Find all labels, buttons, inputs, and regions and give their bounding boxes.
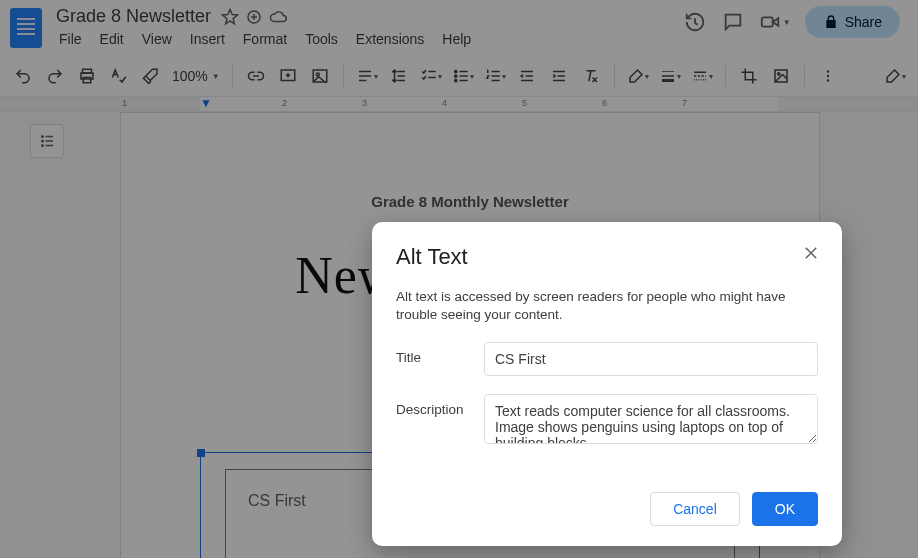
svg-point-15 (827, 79, 829, 81)
spellcheck-button[interactable] (104, 61, 134, 91)
menubar: File Edit View Insert Format Tools Exten… (52, 29, 478, 49)
svg-point-16 (42, 136, 44, 138)
svg-point-17 (42, 140, 44, 142)
chevron-down-icon: ▼ (212, 72, 220, 81)
toolbar-separator (343, 65, 344, 87)
svg-point-12 (777, 73, 779, 75)
insert-link-button[interactable] (241, 61, 271, 91)
toolbar-separator (725, 65, 726, 87)
chevron-down-icon: ▼ (783, 18, 791, 27)
zoom-select[interactable]: 100% ▼ (168, 68, 224, 84)
zoom-value: 100% (172, 68, 208, 84)
dialog-title: Alt Text (396, 244, 818, 270)
menu-insert[interactable]: Insert (183, 29, 232, 49)
document-title[interactable]: Grade 8 Newsletter (52, 6, 215, 27)
menu-help[interactable]: Help (435, 29, 478, 49)
border-dash-button[interactable]: ▾ (687, 61, 717, 91)
ruler-mark: 6 (602, 98, 607, 108)
toolbar-separator (232, 65, 233, 87)
redo-button[interactable] (40, 61, 70, 91)
svg-point-18 (42, 145, 44, 147)
dialog-description: Alt text is accessed by screen readers f… (396, 288, 818, 324)
move-icon[interactable] (245, 8, 263, 26)
svg-point-8 (454, 70, 456, 72)
show-outline-button[interactable] (30, 124, 64, 158)
numbered-list-button[interactable]: ▾ (480, 61, 510, 91)
border-color-button[interactable]: ▾ (623, 61, 653, 91)
menu-format[interactable]: Format (236, 29, 294, 49)
docs-logo-icon[interactable] (10, 8, 42, 48)
undo-button[interactable] (8, 61, 38, 91)
editing-mode-button[interactable]: ▾ (880, 61, 910, 91)
menu-extensions[interactable]: Extensions (349, 29, 431, 49)
ruler-mark: 5 (522, 98, 527, 108)
indent-marker-icon[interactable]: ▼ (200, 96, 212, 110)
title-label: Title (396, 342, 484, 376)
title-input[interactable] (484, 342, 818, 376)
toolbar: 100% ▼ ▾ ▾ ▾ ▾ ▾ ▾ ▾ ▾ (0, 56, 918, 96)
decrease-indent-button[interactable] (512, 61, 542, 91)
close-button[interactable] (798, 240, 824, 266)
share-button-label: Share (845, 14, 882, 30)
lock-icon (823, 14, 839, 30)
paint-format-button[interactable] (136, 61, 166, 91)
alt-text-dialog: Alt Text Alt text is accessed by screen … (372, 222, 842, 546)
ruler-mark: 1 (122, 98, 127, 108)
ruler-mark: 3 (362, 98, 367, 108)
cancel-button[interactable]: Cancel (650, 492, 740, 526)
image-options-button[interactable] (766, 61, 796, 91)
meet-button[interactable]: ▼ (759, 11, 791, 33)
comments-icon[interactable] (721, 10, 745, 34)
svg-point-7 (316, 73, 319, 76)
border-weight-button[interactable]: ▾ (655, 61, 685, 91)
crop-button[interactable] (734, 61, 764, 91)
menu-file[interactable]: File (52, 29, 89, 49)
print-button[interactable] (72, 61, 102, 91)
ruler-mark: 4 (442, 98, 447, 108)
ruler-mark: 2 (282, 98, 287, 108)
svg-point-10 (454, 79, 456, 81)
history-icon[interactable] (683, 10, 707, 34)
svg-point-13 (827, 70, 829, 72)
align-button[interactable]: ▾ (352, 61, 382, 91)
svg-point-14 (827, 75, 829, 77)
insert-image-button[interactable] (305, 61, 335, 91)
description-input[interactable]: Text reads computer science for all clas… (484, 394, 818, 444)
menu-view[interactable]: View (135, 29, 179, 49)
bulleted-list-button[interactable]: ▾ (448, 61, 478, 91)
description-label: Description (396, 394, 484, 444)
checklist-button[interactable]: ▾ (416, 61, 446, 91)
line-spacing-button[interactable] (384, 61, 414, 91)
increase-indent-button[interactable] (544, 61, 574, 91)
close-icon (802, 244, 820, 262)
add-comment-button[interactable] (273, 61, 303, 91)
ruler-mark: 7 (682, 98, 687, 108)
toolbar-separator (614, 65, 615, 87)
csfirst-line1: Computer Science (248, 554, 712, 558)
cloud-status-icon[interactable] (269, 8, 287, 26)
more-button[interactable] (813, 61, 843, 91)
resize-handle-icon[interactable] (197, 449, 205, 457)
menu-tools[interactable]: Tools (298, 29, 345, 49)
ok-button[interactable]: OK (752, 492, 818, 526)
app-header: Grade 8 Newsletter File Edit View Insert… (0, 0, 918, 56)
clear-formatting-button[interactable] (576, 61, 606, 91)
toolbar-separator (804, 65, 805, 87)
newsletter-header: Grade 8 Monthly Newsletter (201, 193, 739, 210)
horizontal-ruler[interactable]: 1 ▼ 2 3 4 5 6 7 7 (0, 96, 918, 112)
share-button[interactable]: Share (805, 6, 900, 38)
menu-edit[interactable]: Edit (93, 29, 131, 49)
svg-point-9 (454, 75, 456, 77)
star-icon[interactable] (221, 8, 239, 26)
